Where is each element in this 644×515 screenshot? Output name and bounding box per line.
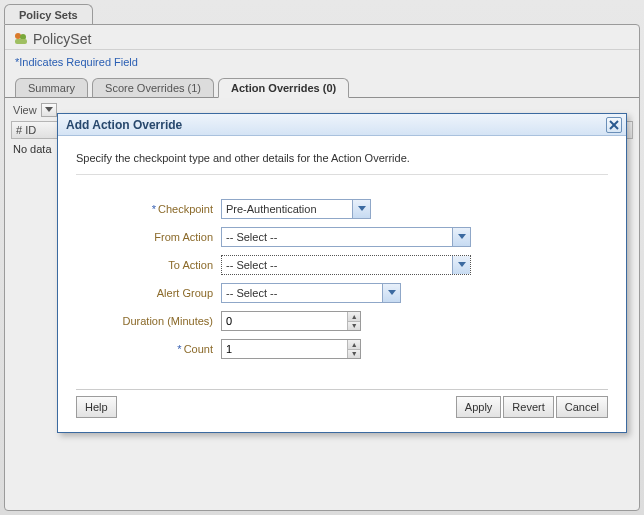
dialog-footer: Help Apply Revert Cancel <box>76 389 608 418</box>
tab-policy-sets[interactable]: Policy Sets <box>4 4 93 24</box>
view-label: View <box>13 104 37 116</box>
dialog-intro: Specify the checkpoint type and other de… <box>76 152 608 175</box>
spinner-duration[interactable]: ▲ ▼ <box>221 311 361 331</box>
svg-rect-2 <box>15 39 27 44</box>
row-count: *Count ▲ ▼ <box>76 339 608 359</box>
input-count[interactable] <box>222 340 347 358</box>
select-to-action-value: -- Select -- <box>226 259 277 271</box>
dialog-body: Specify the checkpoint type and other de… <box>58 136 626 375</box>
row-checkpoint: *Checkpoint Pre-Authentication <box>76 199 608 219</box>
chevron-down-icon <box>452 228 470 246</box>
select-checkpoint[interactable]: Pre-Authentication <box>221 199 371 219</box>
row-to-action: To Action -- Select -- <box>76 255 608 275</box>
select-alert-group[interactable]: -- Select -- <box>221 283 401 303</box>
revert-button[interactable]: Revert <box>503 396 553 418</box>
dialog-add-action-override: Add Action Override Specify the checkpoi… <box>57 113 627 433</box>
chevron-down-icon <box>452 256 470 274</box>
help-button[interactable]: Help <box>76 396 117 418</box>
spinner-count-buttons: ▲ ▼ <box>347 340 360 358</box>
label-checkpoint: *Checkpoint <box>76 203 221 215</box>
grid-col-id: # ID <box>16 124 36 136</box>
spinner-duration-down[interactable]: ▼ <box>348 322 360 331</box>
svg-marker-8 <box>458 262 466 267</box>
dialog-close-button[interactable] <box>606 117 622 133</box>
required-field-note: *Indicates Required Field <box>5 50 639 76</box>
svg-point-0 <box>15 33 21 39</box>
svg-marker-3 <box>45 107 53 112</box>
chevron-down-icon <box>45 107 53 113</box>
spinner-count-down[interactable]: ▼ <box>348 350 360 359</box>
select-alert-group-value: -- Select -- <box>226 287 277 299</box>
spinner-count[interactable]: ▲ ▼ <box>221 339 361 359</box>
tab-score-overrides[interactable]: Score Overrides (1) <box>92 78 214 98</box>
spinner-duration-up[interactable]: ▲ <box>348 312 360 322</box>
svg-marker-7 <box>458 234 466 239</box>
select-from-action[interactable]: -- Select -- <box>221 227 471 247</box>
label-alert-group: Alert Group <box>76 287 221 299</box>
outer-tab-strip: Policy Sets <box>4 2 93 24</box>
close-icon <box>609 120 619 130</box>
label-count: *Count <box>76 343 221 355</box>
select-checkpoint-value: Pre-Authentication <box>226 203 317 215</box>
spinner-count-up[interactable]: ▲ <box>348 340 360 350</box>
apply-button[interactable]: Apply <box>456 396 502 418</box>
cancel-button[interactable]: Cancel <box>556 396 608 418</box>
row-duration: Duration (Minutes) ▲ ▼ <box>76 311 608 331</box>
spinner-duration-buttons: ▲ ▼ <box>347 312 360 330</box>
row-from-action: From Action -- Select -- <box>76 227 608 247</box>
label-duration: Duration (Minutes) <box>76 315 221 327</box>
inner-tab-strip: Summary Score Overrides (1) Action Overr… <box>5 76 639 98</box>
dialog-titlebar: Add Action Override <box>58 114 626 136</box>
app-root: Policy Sets PolicySet *Indicates Require… <box>0 0 644 515</box>
chevron-down-icon <box>352 200 370 218</box>
select-from-action-value: -- Select -- <box>226 231 277 243</box>
input-duration[interactable] <box>222 312 347 330</box>
group-icon <box>13 32 29 46</box>
svg-marker-9 <box>388 290 396 295</box>
view-dropdown[interactable] <box>41 103 57 117</box>
svg-marker-6 <box>358 206 366 211</box>
chevron-down-icon <box>382 284 400 302</box>
label-to-action: To Action <box>76 259 221 271</box>
select-to-action[interactable]: -- Select -- <box>221 255 471 275</box>
tab-action-overrides[interactable]: Action Overrides (0) <box>218 78 349 98</box>
row-alert-group: Alert Group -- Select -- <box>76 283 608 303</box>
dialog-title-text: Add Action Override <box>66 118 182 132</box>
label-from-action: From Action <box>76 231 221 243</box>
page-title: PolicySet <box>33 31 91 47</box>
tab-summary[interactable]: Summary <box>15 78 88 98</box>
page-header: PolicySet <box>5 25 639 50</box>
